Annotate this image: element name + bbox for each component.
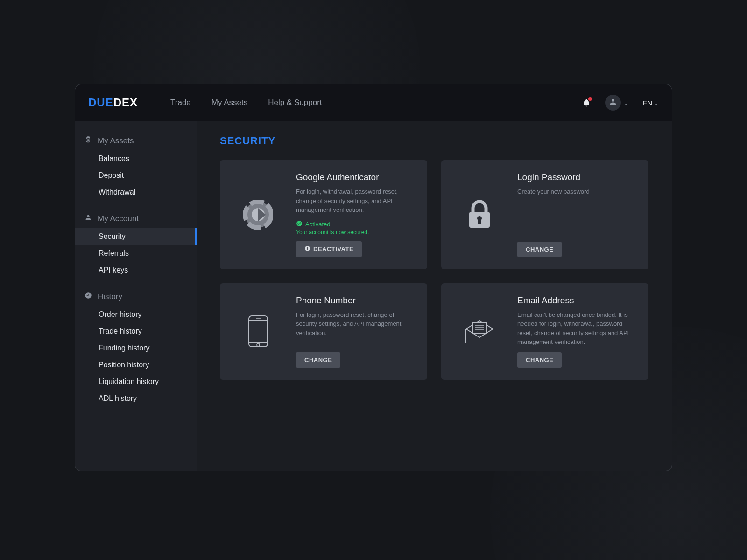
card-login-password: Login Password Create your new password … [441,160,648,269]
button-label: DEACTIVATE [313,245,353,252]
sidebar-header-history: History [75,287,197,306]
card-body: Login Password Create your new password … [517,172,637,257]
card-desc: For login, withdrawal, password reset, c… [296,187,416,215]
deactivate-button[interactable]: DEACTIVATE [296,241,362,257]
sidebar-item-withdrawal[interactable]: Withdrawal [75,184,197,201]
sidebar-section-account: My Account Security Referrals API keys [75,209,197,279]
language-selector[interactable]: EN [642,99,659,107]
card-body: Email Address Email can't be changed onc… [517,295,637,368]
svg-rect-5 [478,219,481,224]
sidebar-item-liquidation-history[interactable]: Liquidation history [75,373,197,390]
button-label: CHANGE [526,357,553,364]
card-title: Login Password [517,172,637,182]
nav-trade[interactable]: Trade [170,98,191,107]
security-cards: Google Authenticator For login, withdraw… [220,160,648,380]
card-phone-number: Phone Number For login, password reset, … [220,283,427,380]
info-icon [304,245,310,253]
sidebar-item-referrals[interactable]: Referrals [75,245,197,262]
chevron-down-icon [654,100,659,105]
page-title: SECURITY [220,135,648,147]
card-title: Email Address [517,295,637,306]
user-icon [85,214,92,224]
user-menu[interactable] [605,95,628,111]
chevron-down-icon [624,100,628,105]
nav-help-support[interactable]: Help & Support [268,98,322,107]
card-desc: For login, password reset, change of sec… [296,310,416,338]
sidebar-header-account: My Account [75,209,197,228]
sidebar-item-funding-history[interactable]: Funding history [75,340,197,357]
card-status-sub: Your account is now secured. [296,229,416,236]
card-desc: Create your new password [517,187,637,196]
sidebar-section-history: History Order history Trade history Fund… [75,287,197,407]
main: SECURITY Google Authenticator For login [197,121,672,471]
body: My Assets Balances Deposit Withdrawal My… [75,121,672,471]
logo-part1: DUE [88,96,113,109]
card-body: Phone Number For login, password reset, … [296,295,416,368]
card-desc: Email can't be changed once binded. It i… [517,310,637,347]
bell-icon [582,101,591,109]
button-label: CHANGE [304,357,332,364]
sidebar-header-label: My Assets [98,136,134,146]
sidebar-item-deposit[interactable]: Deposit [75,167,197,184]
card-status: Activated. [296,220,416,228]
card-email-address: Email Address Email can't be changed onc… [441,283,648,380]
sidebar-header-assets: My Assets [75,131,197,150]
language-label: EN [642,99,652,107]
button-label: CHANGE [526,246,553,253]
sidebar: My Assets Balances Deposit Withdrawal My… [75,121,197,471]
coins-icon [85,136,92,146]
lock-icon [452,172,506,257]
sidebar-section-assets: My Assets Balances Deposit Withdrawal [75,131,197,201]
card-title: Google Authenticator [296,172,416,182]
sidebar-item-security[interactable]: Security [75,228,197,245]
phone-icon [231,295,285,368]
change-password-button[interactable]: CHANGE [517,242,562,257]
topbar: DUEDEX Trade My Assets Help & Support EN [75,84,672,121]
nav-my-assets[interactable]: My Assets [211,98,247,107]
svg-point-9 [257,343,260,346]
card-title: Phone Number [296,295,416,306]
check-circle-icon [296,220,303,228]
change-phone-button[interactable]: CHANGE [296,352,340,368]
logo-part2: DEX [113,96,138,109]
user-icon [609,98,617,108]
logo[interactable]: DUEDEX [88,96,138,109]
notification-dot-icon [588,97,592,101]
notifications-button[interactable] [582,98,591,107]
svg-rect-11 [472,322,486,334]
topbar-right: EN [582,95,659,111]
card-body: Google Authenticator For login, withdraw… [296,172,416,257]
sidebar-item-trade-history[interactable]: Trade history [75,323,197,340]
clock-icon [85,292,92,301]
app-window: DUEDEX Trade My Assets Help & Support EN [75,84,672,471]
sidebar-header-label: My Account [98,214,139,224]
authenticator-icon [231,172,285,257]
sidebar-item-adl-history[interactable]: ADL history [75,390,197,407]
mail-icon [452,295,506,368]
sidebar-header-label: History [98,292,122,301]
change-email-button[interactable]: CHANGE [517,352,562,368]
user-avatar [605,95,621,111]
sidebar-item-balances[interactable]: Balances [75,150,197,167]
card-google-authenticator: Google Authenticator For login, withdraw… [220,160,427,269]
sidebar-item-order-history[interactable]: Order history [75,306,197,323]
sidebar-item-position-history[interactable]: Position history [75,357,197,373]
sidebar-item-api-keys[interactable]: API keys [75,262,197,279]
nav: Trade My Assets Help & Support [170,98,322,107]
status-label: Activated. [305,221,332,228]
